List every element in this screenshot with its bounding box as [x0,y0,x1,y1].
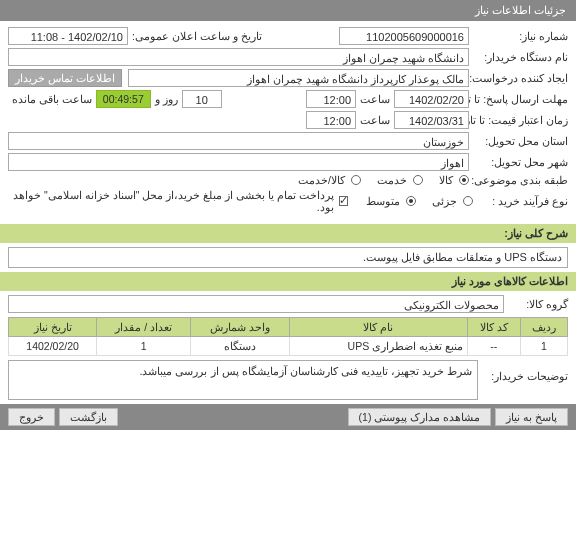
creator-label: ایجاد کننده درخواست: [473,72,568,84]
treasury-checkbox[interactable] [339,196,349,206]
radio-partial-label: جزئی [432,195,457,207]
th-name: نام کالا [289,318,467,337]
day-word: روز و [155,93,178,105]
valid-label: زمان اعتبار قیمت: تا تاریخ: [473,115,568,126]
desc-section-title: شرح کلی نیاز: [504,227,568,239]
desc-box: دستگاه UPS و متعلقات مطابق فایل پیوست. [8,247,568,268]
form-area: شماره نیاز: 1102005609000016 تاریخ و ساع… [0,21,576,222]
radio-goods-service[interactable] [351,175,361,185]
days-left-field: 10 [182,90,222,108]
desc-section-bar: شرح کلی نیاز: [0,224,576,243]
creator-field: مالک پوعذار کارپرداز دانشگاه شهید چمران … [128,69,469,87]
buyer-notes-field: شرط خرید تجهیز، تاییدیه فنی کارشناسان آز… [8,360,478,400]
panel-title: جزئیات اطلاعات نیاز [475,4,566,16]
panel-header: جزئیات اطلاعات نیاز [0,0,576,21]
need-no-field: 1102005609000016 [339,27,469,45]
deadline-label: مهلت ارسال پاسخ: تا تاریخ: [473,94,568,105]
td-qty: 1 [97,337,191,356]
category-label: طبقه بندی موضوعی: [473,174,568,186]
radio-goods-service-label: کالا/خدمت [298,174,345,186]
attachments-button[interactable]: مشاهده مدارک پیوستی (1) [348,408,492,426]
td-name: منبع تغذیه اضطراری UPS [289,337,467,356]
td-unit: دستگاه [191,337,290,356]
table-row: 1 -- منبع تغذیه اضطراری UPS دستگاه 1 140… [9,337,568,356]
th-date: تاریخ نیاز [9,318,97,337]
items-section-title: اطلاعات کالاهای مورد نیاز [452,275,568,287]
province-label: استان محل تحویل: [473,135,568,147]
radio-mid[interactable] [406,196,416,206]
th-qty: تعداد / مقدار [97,318,191,337]
treasury-note: پرداخت تمام یا بخشی از مبلغ خرید،از محل … [8,189,334,213]
group-label: گروه کالا: [508,298,568,310]
buyer-org-label: نام دستگاه خریدار: [473,51,568,63]
reply-button[interactable]: پاسخ به نیاز [495,408,568,426]
radio-goods[interactable] [459,175,469,185]
footer-bar: پاسخ به نیاز مشاهده مدارک پیوستی (1) باز… [0,404,576,430]
buy-type-label: نوع فرآیند خرید : [477,195,568,207]
need-no-label: شماره نیاز: [473,30,568,42]
valid-date-field: 1402/03/31 [394,111,469,129]
deadline-time-field: 12:00 [306,90,356,108]
buy-type-radio-group: جزئی متوسط [354,195,473,207]
remain-word: ساعت باقی مانده [12,93,92,105]
radio-partial[interactable] [463,196,473,206]
countdown-field: 00:49:57 [96,90,151,108]
td-code: -- [467,337,520,356]
hour-word-2: ساعت [360,114,390,126]
radio-mid-label: متوسط [366,195,400,207]
valid-time-field: 12:00 [306,111,356,129]
back-button[interactable]: بازگشت [59,408,118,426]
public-ann-field: 1402/02/10 - 11:08 [8,27,128,45]
public-ann-label: تاریخ و ساعت اعلان عمومی: [132,30,262,42]
city-label: شهر محل تحویل: [473,156,568,168]
exit-button[interactable]: خروج [8,408,55,426]
th-row: ردیف [520,318,567,337]
th-code: کد کالا [467,318,520,337]
contact-info-button[interactable]: اطلاعات تماس خریدار [8,69,122,87]
td-date: 1402/02/20 [9,337,97,356]
radio-goods-label: کالا [439,174,453,186]
deadline-date-field: 1402/02/20 [394,90,469,108]
items-table: ردیف کد کالا نام کالا واحد شمارش تعداد /… [8,317,568,356]
radio-service-label: خدمت [377,174,407,186]
province-field: خوزستان [8,132,469,150]
buyer-notes-label: توضیحات خریدار: [488,360,568,400]
hour-word-1: ساعت [360,93,390,105]
category-radio-group: کالا خدمت کالا/خدمت [286,174,469,186]
buyer-org-field: دانشگاه شهید چمران اهواز [8,48,469,66]
city-field: اهواز [8,153,469,171]
group-field: محصولات الکترونیکی [8,295,504,313]
items-section-bar: اطلاعات کالاهای مورد نیاز [0,272,576,291]
radio-service[interactable] [413,175,423,185]
th-unit: واحد شمارش [191,318,290,337]
td-row: 1 [520,337,567,356]
